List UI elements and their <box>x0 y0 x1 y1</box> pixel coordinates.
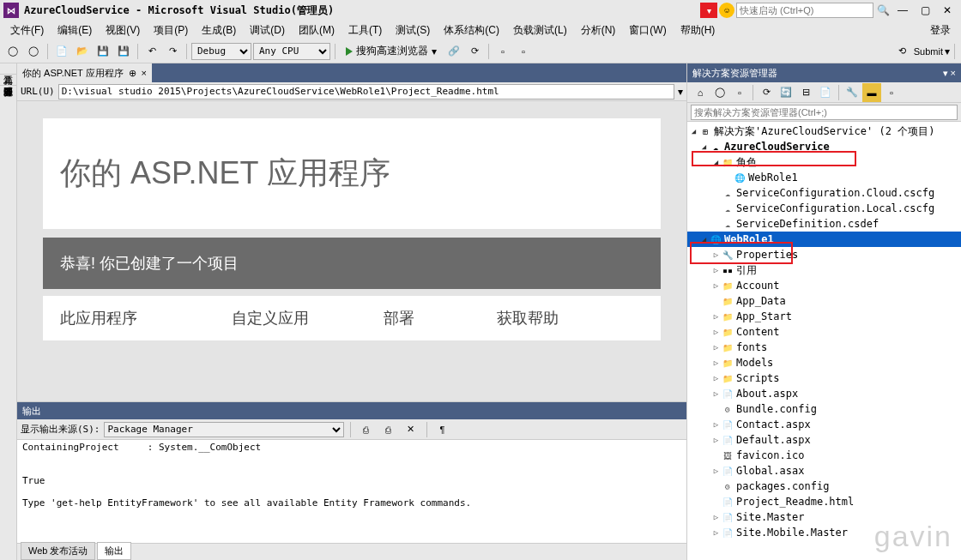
server-explorer-tab[interactable]: 服务器资源管理器 <box>0 75 16 86</box>
tree-account[interactable]: 📁Account <box>687 278 961 293</box>
submit-label[interactable]: Submit <box>914 46 943 57</box>
config-combo[interactable]: Debug <box>191 43 251 60</box>
vs-logo-icon: ⋈ <box>3 3 19 18</box>
tree-svc-def[interactable]: ☁ServiceDefinition.csdef <box>687 216 961 232</box>
tree-fonts[interactable]: 📁fonts <box>687 340 961 355</box>
url-input[interactable] <box>58 84 674 99</box>
menu-debug[interactable]: 调试(D) <box>243 21 292 40</box>
section-help[interactable]: 获取帮助 <box>463 308 592 328</box>
output-source-combo[interactable]: Package Manager <box>104 422 344 437</box>
solution-tree[interactable]: ⊞解决方案'AzureCloudService' (2 个项目) ☁AzureC… <box>687 122 961 560</box>
maximize-button[interactable]: ▢ <box>915 3 935 18</box>
tree-svc-cfg-cloud[interactable]: ☁ServiceConfiguration.Cloud.cscfg <box>687 185 961 201</box>
menu-view[interactable]: 视图(V) <box>99 21 147 40</box>
fwd-button[interactable]: ▫ <box>730 83 749 102</box>
menu-help[interactable]: 帮助(H) <box>674 21 722 40</box>
menu-file[interactable]: 文件(F) <box>3 21 51 40</box>
output-wrap-button[interactable]: ¶ <box>433 420 452 439</box>
tb-extra-2[interactable]: ▫ <box>514 42 533 61</box>
section-deploy[interactable]: 部署 <box>335 308 463 328</box>
view-button[interactable]: ▫ <box>882 83 901 102</box>
nav-fwd-button[interactable]: ◯ <box>24 42 43 61</box>
menu-project[interactable]: 项目(P) <box>147 21 195 40</box>
save-all-button[interactable]: 💾 <box>114 42 133 61</box>
close-panel-icon[interactable]: × <box>951 68 956 78</box>
refresh-button[interactable]: ⟳ <box>465 42 484 61</box>
minimize-button[interactable]: — <box>892 3 913 18</box>
platform-combo[interactable]: Any CPU <box>253 43 330 60</box>
menu-test[interactable]: 测试(S) <box>389 21 437 40</box>
chevron-down-icon[interactable]: ▾ <box>678 86 683 98</box>
properties-button[interactable]: 🔧 <box>843 83 861 102</box>
save-button[interactable]: 💾 <box>94 42 112 61</box>
feedback-smile-icon[interactable]: ☺ <box>719 3 734 18</box>
menu-edit[interactable]: 编辑(E) <box>51 21 99 40</box>
menu-team[interactable]: 团队(M) <box>292 21 341 40</box>
quick-launch-input[interactable] <box>736 3 873 18</box>
menu-window[interactable]: 窗口(W) <box>622 21 673 40</box>
close-button[interactable]: ✕ <box>937 3 958 18</box>
preview-button[interactable]: ▬ <box>862 83 881 102</box>
tree-roles[interactable]: 📁角色 <box>687 154 961 170</box>
notification-flag-icon[interactable]: ▾ <box>700 3 717 18</box>
show-all-button[interactable]: 📄 <box>816 83 835 102</box>
search-icon[interactable]: 🔍 <box>875 3 891 18</box>
tab-web-publish[interactable]: Web 发布活动 <box>21 542 95 560</box>
chevron-down-icon[interactable]: ▾ <box>945 45 950 57</box>
tree-default-aspx[interactable]: 📄Default.aspx <box>687 432 961 448</box>
home-button[interactable]: ⌂ <box>691 83 710 102</box>
undo-button[interactable]: ↶ <box>142 42 161 61</box>
menu-tools[interactable]: 工具(T) <box>341 21 389 40</box>
new-project-button[interactable]: 📄 <box>52 42 71 61</box>
tb-extra-1[interactable]: ▫ <box>493 42 512 61</box>
back-button[interactable]: ◯ <box>710 83 729 102</box>
sync-button[interactable]: ⟳ <box>757 83 776 102</box>
toolbox-tab[interactable]: 工具箱 <box>0 63 16 75</box>
submit-arrow-icon[interactable]: ⟲ <box>893 42 912 61</box>
close-tab-icon[interactable]: × <box>142 68 147 78</box>
refresh-button[interactable]: 🔄 <box>777 83 795 102</box>
tree-webrole-role[interactable]: 🌐WebRole1 <box>687 170 961 185</box>
tree-packages-config[interactable]: ⚙packages.config <box>687 479 961 494</box>
tree-global-asax[interactable]: 📄Global.asax <box>687 463 961 479</box>
menu-build[interactable]: 生成(B) <box>195 21 243 40</box>
output-goto-button[interactable]: ⎙ <box>379 420 398 439</box>
section-customize[interactable]: 自定义应用 <box>206 308 335 328</box>
tab-output[interactable]: 输出 <box>97 542 131 560</box>
tree-solution[interactable]: ⊞解决方案'AzureCloudService' (2 个项目) <box>687 123 961 139</box>
tree-bundle-config[interactable]: ⚙Bundle.config <box>687 401 961 417</box>
tree-proj-web[interactable]: 🌐WebRole1 <box>687 232 961 247</box>
tree-references[interactable]: ▪▪引用 <box>687 262 961 278</box>
run-button[interactable]: 搜狗高速浏览器 ▾ <box>340 42 443 61</box>
redo-button[interactable]: ↷ <box>163 42 182 61</box>
tree-proj-cloud[interactable]: ☁AzureCloudService <box>687 139 961 154</box>
menu-analyze[interactable]: 分析(N) <box>574 21 623 40</box>
tree-contact-aspx[interactable]: 📄Contact.aspx <box>687 417 961 432</box>
output-text[interactable]: ContainingProject : System.__ComObject T… <box>17 440 686 543</box>
tree-scripts[interactable]: 📁Scripts <box>687 370 961 386</box>
tree-svc-cfg-local[interactable]: ☁ServiceConfiguration.Local.cscfg <box>687 201 961 216</box>
tree-project-readme[interactable]: 📄Project_Readme.html <box>687 494 961 509</box>
menu-loadtest[interactable]: 负载测试(L) <box>506 21 574 40</box>
tree-site-master[interactable]: 📄Site.Master <box>687 509 961 525</box>
doc-tab-readme[interactable]: 你的 ASP.NET 应用程序 ⊕ × <box>17 63 152 82</box>
output-find-button[interactable]: ⎙ <box>357 420 376 439</box>
tree-content[interactable]: 📁Content <box>687 324 961 340</box>
tree-app-data[interactable]: 📁App_Data <box>687 293 961 309</box>
login-button[interactable]: 登录 <box>923 21 958 40</box>
chevron-down-icon[interactable]: ▾ <box>943 68 948 78</box>
tree-properties[interactable]: 🔧Properties <box>687 247 961 262</box>
tree-about-aspx[interactable]: 📄About.aspx <box>687 386 961 401</box>
browser-link-button[interactable]: 🔗 <box>444 42 463 61</box>
tree-models[interactable]: 📁Models <box>687 355 961 370</box>
menu-architecture[interactable]: 体系结构(C) <box>437 21 506 40</box>
open-button[interactable]: 📂 <box>73 42 92 61</box>
output-clear-button[interactable]: ✕ <box>402 420 420 439</box>
pin-icon[interactable]: ⊕ <box>129 68 136 79</box>
tree-app-start[interactable]: 📁App_Start <box>687 309 961 324</box>
solution-search-input[interactable] <box>691 105 958 120</box>
collapse-button[interactable]: ⊟ <box>796 83 815 102</box>
tree-site-mobile-master[interactable]: 📄Site.Mobile.Master <box>687 525 961 540</box>
tree-favicon[interactable]: 🖼favicon.ico <box>687 448 961 463</box>
nav-back-button[interactable]: ◯ <box>3 42 22 61</box>
